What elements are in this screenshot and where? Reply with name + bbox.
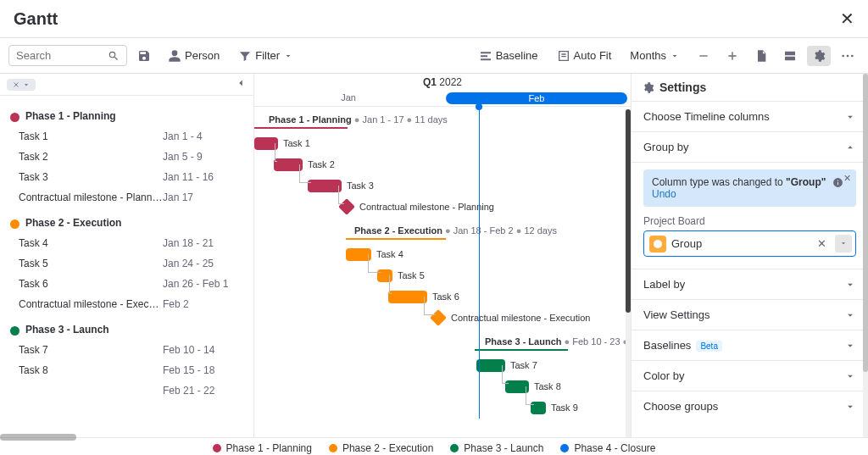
chevron-down-icon — [844, 111, 856, 123]
search-input[interactable] — [8, 45, 127, 66]
legend: Phase 1 - PlanningPhase 2 - ExecutionPha… — [0, 437, 868, 455]
chevron-down-icon — [283, 51, 293, 61]
task-row[interactable]: Feb 21 - 22 — [0, 380, 253, 401]
gantt-row: Contractual milestone - Planning — [254, 197, 631, 218]
chevron-down-icon — [22, 80, 31, 89]
clear-icon[interactable]: ✕ — [814, 237, 830, 250]
task-row[interactable]: Task 6Jan 26 - Feb 1 — [0, 274, 253, 294]
gantt-row: Task 1 — [254, 133, 631, 154]
section-choose-columns[interactable]: Choose Timeline columns — [632, 102, 868, 132]
task-date: Feb 15 - 18 — [163, 364, 214, 376]
close-icon[interactable]: ✕ — [840, 8, 854, 29]
task-name: Task 5 — [10, 258, 163, 269]
settings-panel: Settings Choose Timeline columns Group b… — [631, 74, 868, 437]
search-field[interactable] — [16, 49, 108, 62]
settings-scrollbar-thumb[interactable] — [863, 74, 868, 372]
close-icon[interactable]: ✕ — [843, 173, 851, 184]
zoom-out-button[interactable] — [692, 46, 715, 66]
chevron-up-icon — [844, 141, 856, 153]
baseline-button[interactable]: Baseline — [472, 46, 545, 66]
phase-row[interactable]: Phase 2 - Execution — [0, 213, 253, 233]
section-choose-groups[interactable]: Choose groups — [632, 391, 868, 421]
task-row[interactable]: Task 2Jan 5 - 9 — [0, 147, 253, 167]
horizontal-scrollbar[interactable] — [0, 434, 76, 441]
gantt-row: Task 7 — [254, 355, 631, 376]
autofit-button[interactable]: Auto Fit — [550, 46, 619, 66]
settings-button[interactable] — [807, 46, 831, 66]
legend-item: Phase 2 - Execution — [329, 442, 433, 454]
task-row[interactable]: Contractual milestone - PlanningJan 17 — [0, 187, 253, 208]
board-label: Project Board — [643, 215, 856, 227]
section-baselines[interactable]: BaselinesBeta — [632, 330, 868, 361]
search-icon — [108, 50, 120, 62]
section-group-by[interactable]: Group by — [632, 132, 868, 163]
section-label-by[interactable]: Label by — [632, 269, 868, 300]
chevron-left-icon — [235, 77, 247, 89]
task-list-panel: Phase 1 - PlanningTask 1Jan 1 - 4Task 2J… — [0, 74, 254, 437]
task-name: Task 3 — [10, 171, 163, 183]
undo-link[interactable]: Undo — [652, 188, 676, 200]
phase-row[interactable]: Phase 1 - Planning — [0, 106, 253, 126]
legend-dot — [213, 444, 221, 452]
split-icon — [783, 49, 797, 63]
collapse-left-panel[interactable] — [235, 77, 247, 92]
legend-label: Phase 4 - Closure — [574, 442, 655, 454]
phase-name: Phase 1 - Planning — [10, 110, 163, 122]
chevron-down-icon — [839, 239, 848, 247]
settings-scrollbar-track[interactable] — [863, 74, 868, 437]
section-color-by[interactable]: Color by — [632, 361, 868, 391]
task-row[interactable]: Task 3Jan 11 - 16 — [0, 167, 253, 187]
dots-icon — [841, 49, 854, 63]
gear-icon — [812, 49, 826, 63]
phase-row[interactable]: Phase 3 - Launch — [0, 319, 253, 340]
dropdown-caret[interactable] — [835, 235, 852, 252]
task-row[interactable]: Task 5Jan 24 - 25 — [0, 253, 253, 274]
export-button[interactable] — [749, 46, 773, 66]
legend-label: Phase 3 - Launch — [464, 442, 543, 454]
chevron-down-icon — [844, 279, 856, 291]
split-view-button[interactable] — [778, 46, 802, 66]
gantt-bar-label: Task 6 — [432, 291, 459, 302]
gantt-bar[interactable] — [308, 180, 342, 192]
gantt-bar-label: Task 5 — [398, 270, 425, 280]
gantt-bar[interactable] — [476, 359, 505, 372]
toolbar: Person Filter Baseline Auto Fit Months — [0, 38, 868, 74]
task-date: Feb 2 — [163, 298, 189, 310]
phase-summary: Phase 2 - Execution ● Jan 18 - Feb 2 ● 1… — [354, 225, 557, 236]
task-date: Jan 5 - 9 — [163, 151, 203, 163]
person-label: Person — [185, 49, 220, 62]
gantt-row: Task 3 — [254, 175, 631, 197]
autofit-icon — [557, 49, 570, 63]
gantt-bar[interactable] — [388, 291, 427, 303]
section-view-settings[interactable]: View Settings — [632, 300, 868, 330]
filter-button[interactable]: Filter — [231, 46, 300, 66]
document-icon — [754, 49, 768, 63]
month-feb[interactable]: Feb — [442, 91, 631, 106]
legend-label: Phase 2 - Execution — [342, 442, 433, 454]
task-row[interactable]: Contractual milestone - ExecutionFeb 2 — [0, 294, 253, 314]
more-button[interactable] — [836, 46, 860, 66]
dropdown-value: Group — [671, 237, 809, 250]
person-filter[interactable]: Person — [161, 46, 226, 66]
autofit-label: Auto Fit — [574, 49, 612, 62]
timescale-select[interactable]: Months — [623, 46, 687, 65]
chevron-down-icon — [844, 401, 856, 413]
task-date: Jan 11 - 16 — [163, 171, 214, 183]
gantt-bar-label: Task 9 — [551, 402, 578, 413]
task-name: Task 2 — [10, 151, 163, 163]
column-chip[interactable] — [7, 79, 36, 91]
zoom-in-button[interactable] — [721, 46, 744, 66]
group-by-select[interactable]: Group ✕ — [643, 230, 856, 257]
task-row[interactable]: Task 7Feb 10 - 14 — [0, 340, 253, 360]
filter-label: Filter — [255, 49, 280, 62]
gantt-bar[interactable] — [274, 158, 303, 171]
task-row[interactable]: Task 8Feb 15 - 18 — [0, 360, 253, 380]
legend-item: Phase 3 - Launch — [450, 442, 543, 454]
task-row[interactable]: Task 4Jan 18 - 21 — [0, 233, 253, 253]
gantt-row: Task 6 — [254, 286, 631, 308]
save-button[interactable] — [132, 46, 156, 66]
timeline-panel: Q1 2022 Jan Feb Phase 1 - Planning ● Jan… — [254, 74, 631, 437]
task-row[interactable]: Task 1Jan 1 - 4 — [0, 126, 253, 147]
gantt-bar-label: Task 8 — [534, 381, 561, 391]
timescale-label: Months — [630, 49, 666, 62]
